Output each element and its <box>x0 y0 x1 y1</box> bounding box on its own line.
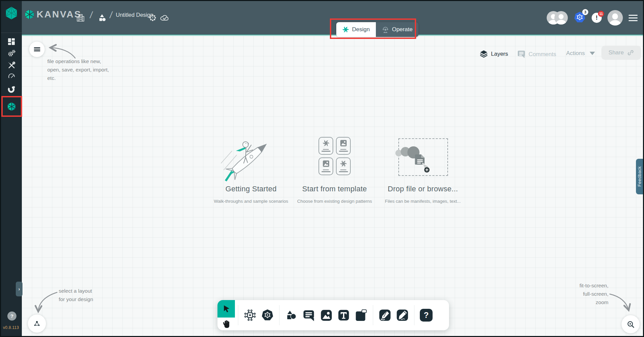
workspace-shapes-icon[interactable] <box>98 1 106 35</box>
chevron-right-icon: › <box>18 286 20 292</box>
text-tool-button[interactable] <box>335 303 352 327</box>
help-button[interactable]: ? <box>7 311 16 321</box>
layers-button[interactable]: Layers <box>480 50 508 58</box>
hand-icon <box>222 320 231 329</box>
feedback-label: Feedback <box>637 166 642 187</box>
tab-design-label: Design <box>352 26 370 33</box>
sidebar-item-settings[interactable] <box>1 48 22 59</box>
kanvas-hexagon-icon <box>7 102 16 111</box>
drop-zone[interactable] <box>398 138 448 176</box>
shapes-icon <box>286 309 297 321</box>
notification-count-badge: 11 <box>598 11 604 17</box>
file-menu-fab[interactable] <box>29 42 45 57</box>
toolbox-icon <box>8 61 15 69</box>
organization-icon[interactable] <box>76 1 85 35</box>
card-drop-file[interactable]: Drop file or browse... Files can be mani… <box>377 130 469 209</box>
sidebar-item-dashboard[interactable] <box>1 36 22 47</box>
comments-button[interactable]: Comments <box>517 50 556 58</box>
shapes-tool-button[interactable] <box>283 303 300 327</box>
image-icon <box>340 140 347 147</box>
kanvas-logo-icon[interactable] <box>24 9 35 19</box>
dashboard-icon <box>8 38 15 45</box>
drop-file-title: Drop file or browse... <box>377 185 469 193</box>
select-tool-button[interactable] <box>217 300 235 318</box>
collaborator-avatars[interactable] <box>547 11 568 25</box>
share-button[interactable]: Share <box>601 46 641 60</box>
comment-tool-button[interactable] <box>300 303 317 327</box>
zoom-fab[interactable] <box>622 315 640 333</box>
tab-operate[interactable]: Operate <box>376 22 418 37</box>
collaborator-avatar-icon[interactable] <box>554 11 568 25</box>
annotation-file-operations: file operations like new, open, save, ex… <box>47 57 109 82</box>
feedback-tab[interactable]: Feedback <box>636 159 643 194</box>
design-name[interactable]: Untitled Design <box>116 12 153 18</box>
share-label: Share <box>608 49 624 56</box>
sidebar-item-toolbox[interactable] <box>1 59 22 71</box>
tab-design[interactable]: Design <box>336 22 376 37</box>
sidebar-expand-button[interactable]: › <box>16 282 22 296</box>
toolbar-help-button[interactable]: ? <box>417 303 435 327</box>
breadcrumb-separator: / <box>109 10 113 20</box>
kanvas-logo-text: KANVAS <box>37 9 82 20</box>
layout-selector-fab[interactable] <box>28 315 46 333</box>
top-header: KANVAS / / Untitled Design <box>22 1 643 35</box>
user-avatar[interactable] <box>607 10 623 26</box>
pen-icon <box>379 309 391 322</box>
mesh-flower-icon[interactable] <box>149 1 157 35</box>
bottom-toolbar: ? <box>217 300 449 330</box>
header-menu-icon[interactable] <box>629 15 638 21</box>
sidebar-divider <box>1 33 22 33</box>
annotation-zoom-controls: fit-to-screen, full-screen, zoom <box>555 282 608 306</box>
left-sidebar: › ? v0.8.113 <box>1 1 22 336</box>
pan-tool-button[interactable] <box>217 318 235 330</box>
extensions-icon <box>7 85 16 93</box>
layers-label: Layers <box>491 51 508 57</box>
note-tool-button[interactable] <box>352 303 370 327</box>
image-tool-button[interactable] <box>317 303 335 327</box>
components-tool-button[interactable] <box>241 303 259 327</box>
getting-started-subtitle: Walk-throughs and sample scenarios <box>209 199 293 204</box>
meshery-logo-icon[interactable] <box>5 6 18 20</box>
actions-dropdown[interactable]: Actions <box>566 50 595 57</box>
menu-icon <box>34 47 40 52</box>
notification-chip[interactable]: ! 11 <box>592 13 602 23</box>
template-title: Start from template <box>293 185 377 193</box>
kubernetes-tool-button[interactable] <box>259 303 276 327</box>
card-getting-started[interactable]: Getting Started Walk-throughs and sample… <box>209 130 293 209</box>
kubernetes-context-chip[interactable]: 3 <box>574 11 586 25</box>
drop-file-subtitle: Files can be manifests, images, text... <box>377 199 469 204</box>
sidebar-item-performance[interactable] <box>1 71 22 82</box>
kubernetes-icon <box>261 308 274 322</box>
component-chip-icon <box>244 309 256 321</box>
image-icon <box>323 160 330 167</box>
zoom-in-icon <box>627 320 635 329</box>
design-spiral-icon <box>342 26 349 33</box>
rocket-illustration <box>218 130 278 184</box>
gauge-icon <box>8 73 15 81</box>
template-card <box>336 137 351 155</box>
card-start-from-template[interactable]: Start from template Choose from existing… <box>293 130 377 209</box>
cloud-sync-icon[interactable] <box>160 1 170 35</box>
layout-graph-icon <box>33 320 41 328</box>
sidebar-item-kanvas[interactable] <box>1 101 22 112</box>
header-right-cluster: 3 ! 11 <box>547 1 638 35</box>
image-icon <box>320 309 333 322</box>
chevron-down-icon <box>590 52 595 55</box>
actions-label: Actions <box>566 50 585 57</box>
pen-tool-button[interactable] <box>376 303 394 327</box>
spiral-icon <box>323 140 330 147</box>
app-version: v0.8.113 <box>3 325 19 330</box>
template-card <box>318 137 333 155</box>
question-icon: ? <box>10 313 13 319</box>
template-card <box>318 157 333 175</box>
pencil-tool-button[interactable] <box>394 303 411 327</box>
template-subtitle: Choose from existing design patterns <box>293 199 377 204</box>
comment-icon <box>517 50 526 58</box>
mode-toggle: Design Operate <box>336 22 418 37</box>
sidebar-item-extensions[interactable] <box>1 83 22 95</box>
breadcrumb-separator: / <box>89 10 93 20</box>
tab-operate-label: Operate <box>392 26 412 33</box>
cursor-icon <box>222 304 231 314</box>
operator-headset-icon <box>382 26 389 33</box>
comment-icon <box>303 309 315 322</box>
